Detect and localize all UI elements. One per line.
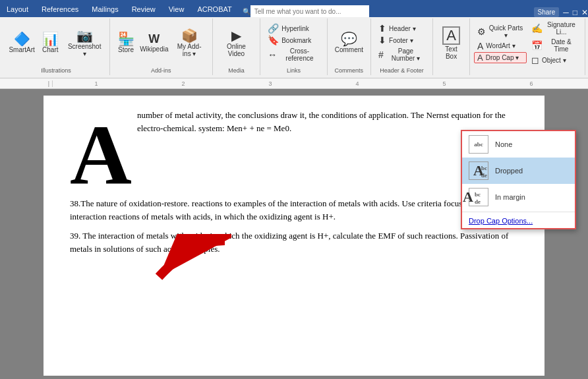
my-addins-button[interactable]: 📦 My Add-ins ▾ bbox=[171, 27, 208, 59]
object-icon: ◻ bbox=[531, 55, 539, 65]
group-header-footer: ⬆ Header ▾ ⬇ Footer ▾ # Page Number ▾ He… bbox=[371, 18, 433, 75]
hyperlink-icon: 🔗 bbox=[268, 24, 279, 33]
tab-mailings[interactable]: Mailings bbox=[85, 1, 125, 17]
paragraph3-label: 39. bbox=[70, 231, 80, 241]
paragraph2-text: The nature of oxidation-restore. reactio… bbox=[70, 198, 506, 221]
signature-icon: ✍ bbox=[531, 24, 543, 33]
ribbon-tabs-bar: Layout References Mailings Review View A… bbox=[0, 0, 588, 17]
screenshot-icon: 📷 bbox=[76, 29, 93, 42]
quickparts-button[interactable]: ⚙ Quick Parts ▾ bbox=[474, 23, 527, 40]
tab-view[interactable]: View bbox=[162, 1, 191, 17]
object-button[interactable]: ◻ Object ▾ bbox=[528, 54, 581, 66]
my-addins-icon: 📦 bbox=[181, 29, 198, 42]
wikipedia-icon: W bbox=[148, 33, 160, 45]
drop-cap-button[interactable]: A Drop Cap ▾ bbox=[474, 52, 527, 63]
paragraph3: 39. The interaction of metals with acids… bbox=[70, 229, 518, 255]
page-number-label: Page Number ▾ bbox=[386, 47, 425, 62]
red-arrow bbox=[152, 234, 231, 287]
screenshot-button[interactable]: 📷 Screenshot ▾ bbox=[63, 27, 105, 59]
header-button[interactable]: ⬆ Header ▾ bbox=[375, 22, 428, 34]
dropcap-options-label: Drop Cap Options... bbox=[469, 217, 533, 225]
dropcap-inmargin-item[interactable]: A bcde In margin bbox=[462, 184, 575, 210]
comment-button[interactable]: 💬 Comment bbox=[332, 30, 367, 55]
bookmark-label: Bookmark bbox=[281, 37, 311, 44]
date-time-icon: 📅 bbox=[531, 41, 543, 50]
dropcap-options-item[interactable]: Drop Cap Options... bbox=[462, 214, 575, 228]
dropdown-divider bbox=[462, 212, 575, 212]
dropcap-none-label: None bbox=[495, 140, 512, 148]
illustrations-group-label: Illustrations bbox=[3, 67, 109, 74]
paragraph2-label: 38. bbox=[70, 198, 80, 208]
online-video-button[interactable]: ▶ Online Video bbox=[217, 27, 256, 59]
wordart-label: WordArt ▾ bbox=[486, 42, 515, 49]
wikipedia-button[interactable]: W Wikipedia bbox=[139, 31, 169, 55]
dropcap-dropped-icon: A bcde bbox=[469, 161, 488, 180]
comments-group-label: Comments bbox=[328, 67, 370, 74]
dropcap-dropped-label: Dropped bbox=[495, 167, 523, 175]
quickparts-icon: ⚙ bbox=[477, 27, 486, 36]
share-button[interactable]: Share bbox=[534, 7, 560, 17]
date-time-label: Date & Time bbox=[545, 38, 577, 53]
textbox-button[interactable]: A Text Box bbox=[437, 24, 465, 62]
paragraph1-text: number of metal activity, the conclusion… bbox=[137, 110, 506, 133]
drop-cap-icon: A bbox=[477, 53, 483, 62]
quickparts-label: Quick Parts ▾ bbox=[488, 24, 523, 39]
chart-button[interactable]: 📊 Chart bbox=[38, 30, 62, 55]
cross-reference-icon: ↔ bbox=[268, 50, 277, 59]
comment-label: Comment bbox=[335, 46, 363, 53]
signature-line-button[interactable]: ✍ Signature Li... bbox=[528, 20, 581, 37]
minimize-button[interactable]: ─ bbox=[563, 8, 569, 17]
footer-icon: ⬇ bbox=[378, 36, 386, 45]
wordart-button[interactable]: A WordArt ▾ bbox=[474, 40, 527, 52]
dropcap-none-item[interactable]: abc None bbox=[462, 131, 575, 158]
textbox-label: Text Box bbox=[440, 45, 462, 60]
drop-cap-label: Drop Cap ▾ bbox=[486, 54, 519, 61]
group-media: ▶ Online Video Media bbox=[213, 18, 261, 75]
drop-cap-letter: A bbox=[70, 111, 132, 197]
screenshot-label: Screenshot ▾ bbox=[67, 43, 102, 57]
smartart-icon: 🔷 bbox=[14, 32, 30, 45]
group-links: 🔗 Hyperlink 🔖 Bookmark ↔ Cross-reference… bbox=[260, 18, 328, 75]
header-footer-group-label: Header & Footer bbox=[371, 67, 432, 74]
online-video-label: Online Video bbox=[220, 43, 253, 57]
ribbon-content: 🔷 SmartArt 📊 Chart 📷 Screenshot ▾ Illust… bbox=[0, 17, 588, 78]
drop-cap-paragraph: A number of metal activity, the conclusi… bbox=[70, 109, 518, 197]
header-label: Header ▾ bbox=[389, 25, 416, 32]
group-quickparts: ⚙ Quick Parts ▾ A WordArt ▾ A Drop Cap ▾… bbox=[470, 18, 585, 75]
chart-label: Chart bbox=[42, 46, 58, 53]
tell-me-input[interactable] bbox=[250, 5, 369, 17]
ruler-track: | 12 34 56 bbox=[13, 80, 575, 87]
paragraph3-text: The interaction of metals with acids, in… bbox=[70, 231, 508, 254]
dropcap-dropped-item[interactable]: A bcde Dropped bbox=[462, 158, 575, 184]
group-textbox: A Text Box bbox=[433, 18, 470, 75]
smartart-button[interactable]: 🔷 SmartArt bbox=[7, 30, 37, 55]
tab-layout[interactable]: Layout bbox=[0, 1, 35, 17]
media-group-label: Media bbox=[213, 67, 260, 74]
wikipedia-label: Wikipedia bbox=[140, 45, 168, 53]
cross-reference-label: Cross-reference bbox=[279, 47, 320, 62]
close-button[interactable]: ✕ bbox=[581, 8, 588, 17]
tab-references[interactable]: References bbox=[35, 1, 85, 17]
page-number-button[interactable]: # Page Number ▾ bbox=[375, 46, 428, 63]
header-icon: ⬆ bbox=[378, 24, 386, 33]
smartart-label: SmartArt bbox=[9, 46, 34, 53]
page-number-icon: # bbox=[378, 50, 384, 59]
date-time-button[interactable]: 📅 Date & Time bbox=[528, 37, 581, 54]
paragraph2: 38.The nature of oxidation-restore. reac… bbox=[70, 197, 518, 223]
store-icon: 🏪 bbox=[118, 32, 134, 45]
footer-label: Footer ▾ bbox=[389, 37, 413, 44]
bookmark-button[interactable]: 🔖 Bookmark bbox=[264, 34, 323, 46]
tab-review[interactable]: Review bbox=[125, 1, 162, 17]
tab-acrobat[interactable]: ACROBAT bbox=[191, 1, 238, 17]
links-group-label: Links bbox=[260, 67, 327, 74]
cross-reference-button[interactable]: ↔ Cross-reference bbox=[264, 46, 323, 63]
footer-button[interactable]: ⬇ Footer ▾ bbox=[375, 34, 428, 46]
hyperlink-button[interactable]: 🔗 Hyperlink bbox=[264, 22, 323, 34]
signature-label: Signature Li... bbox=[545, 21, 577, 36]
my-addins-label: My Add-ins ▾ bbox=[174, 43, 205, 57]
document-area: A number of metal activity, the conclusi… bbox=[0, 89, 588, 379]
maximize-button[interactable]: □ bbox=[573, 8, 577, 17]
dropcap-inmargin-label: In margin bbox=[495, 193, 525, 201]
bookmark-icon: 🔖 bbox=[268, 36, 279, 45]
store-button[interactable]: 🏪 Store bbox=[114, 30, 138, 55]
